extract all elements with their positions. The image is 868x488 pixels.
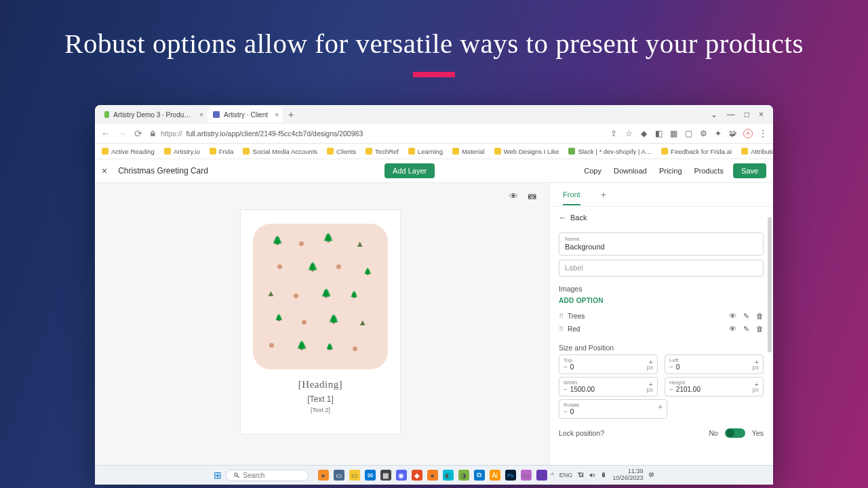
- copy-link[interactable]: Copy: [584, 167, 601, 175]
- back-icon[interactable]: ←: [100, 128, 111, 139]
- close-icon[interactable]: ×: [199, 111, 203, 119]
- app-icon[interactable]: ◆: [412, 470, 422, 481]
- app-icon[interactable]: ◉: [396, 470, 407, 481]
- bookmark[interactable]: Social Media Accounts: [243, 148, 317, 155]
- bookmark[interactable]: TechRef: [366, 148, 399, 155]
- bookmark[interactable]: Artistry.io: [164, 148, 200, 155]
- minus-icon[interactable]: −: [564, 386, 568, 393]
- bookmark[interactable]: Material: [452, 148, 485, 155]
- lock-toggle[interactable]: [725, 428, 745, 438]
- bookmark[interactable]: Frida: [210, 148, 234, 155]
- minus-icon[interactable]: −: [564, 363, 568, 371]
- add-tab-icon[interactable]: +: [601, 189, 606, 200]
- card-text-1[interactable]: [Text 1]: [253, 394, 388, 404]
- chevron-up-icon[interactable]: ^: [551, 472, 554, 479]
- width-field[interactable]: Width −1500.00px +: [559, 377, 658, 396]
- profile-icon[interactable]: A: [743, 129, 753, 138]
- minimize-icon[interactable]: —: [727, 110, 735, 119]
- pricing-link[interactable]: Pricing: [659, 167, 682, 175]
- image-option-row[interactable]: ⠿ Red 👁︎ ✎ 🗑︎: [549, 323, 773, 336]
- bookmark[interactable]: Attribution App: [741, 148, 773, 155]
- app-icon[interactable]: ●: [427, 470, 438, 481]
- volume-icon[interactable]: 🔊︎: [589, 472, 595, 479]
- bookmark[interactable]: Web Designs I Like: [494, 148, 559, 155]
- clock-date[interactable]: 10/26/2023: [612, 475, 643, 482]
- extension-icon[interactable]: ◧: [654, 129, 663, 138]
- plus-icon[interactable]: +: [649, 380, 653, 388]
- add-layer-button[interactable]: Add Layer: [384, 163, 435, 178]
- close-icon[interactable]: ×: [275, 111, 279, 119]
- left-field[interactable]: Left −0px +: [665, 354, 764, 374]
- bookmark[interactable]: Active Reading: [102, 148, 155, 155]
- plus-icon[interactable]: +: [649, 358, 653, 366]
- plus-icon[interactable]: +: [658, 403, 663, 411]
- app-icon[interactable]: ●: [318, 470, 329, 481]
- app-icon[interactable]: ✉: [365, 470, 376, 481]
- menu-icon[interactable]: ⋮: [758, 129, 768, 138]
- edit-icon[interactable]: ✎: [743, 325, 749, 333]
- eye-icon[interactable]: 👁︎: [729, 325, 736, 333]
- app-icon[interactable]: ⧉: [474, 470, 485, 481]
- bookmark[interactable]: Learning: [408, 148, 443, 155]
- minus-icon[interactable]: −: [669, 363, 673, 371]
- edit-icon[interactable]: ✎: [743, 312, 749, 321]
- extension-icon[interactable]: ▦: [669, 129, 678, 138]
- eye-icon[interactable]: 👁︎: [509, 191, 518, 201]
- delete-icon[interactable]: 🗑︎: [756, 312, 764, 321]
- gear-icon[interactable]: ⚙: [698, 129, 708, 138]
- close-icon[interactable]: ×: [759, 110, 764, 119]
- app-icon[interactable]: ▭: [536, 470, 547, 481]
- drag-handle-icon[interactable]: ⠿: [559, 312, 562, 320]
- puzzle-icon[interactable]: 🧩︎: [728, 129, 738, 138]
- label-field[interactable]: Label: [559, 260, 764, 277]
- wifi-icon[interactable]: 📶︎: [578, 472, 584, 479]
- save-button[interactable]: Save: [733, 163, 766, 178]
- plus-icon[interactable]: +: [755, 380, 759, 388]
- minus-icon[interactable]: −: [669, 386, 673, 393]
- chevron-down-icon[interactable]: ⌄: [711, 110, 717, 119]
- back-link[interactable]: ← Back: [549, 207, 773, 228]
- forward-icon[interactable]: →: [117, 128, 127, 139]
- rotate-field[interactable]: Rotate −0 +: [559, 399, 667, 419]
- products-link[interactable]: Products: [694, 167, 724, 175]
- delete-icon[interactable]: 🗑︎: [756, 325, 764, 333]
- app-icon[interactable]: ◐: [443, 470, 454, 481]
- app-icon[interactable]: ▭: [521, 470, 532, 481]
- app-icon[interactable]: ▭: [349, 470, 360, 481]
- app-icon[interactable]: ▭: [334, 470, 344, 481]
- extension-icon[interactable]: ▢: [684, 129, 693, 138]
- app-icon[interactable]: ▦: [380, 470, 391, 481]
- app-icon[interactable]: ◑: [458, 470, 469, 481]
- card-text-2[interactable]: [Text 2]: [253, 407, 388, 413]
- share-icon[interactable]: ⇪: [609, 129, 618, 138]
- reload-icon[interactable]: ⟳: [133, 128, 144, 139]
- bookmark[interactable]: Feedback for Frida.ai: [661, 148, 732, 155]
- name-field[interactable]: Name Background: [559, 232, 764, 256]
- image-option-row[interactable]: ⠿ Trees 👁︎ ✎ 🗑︎: [549, 310, 773, 323]
- star-icon[interactable]: ☆: [624, 129, 633, 138]
- card-heading[interactable]: [Heading]: [253, 379, 388, 390]
- maximize-icon[interactable]: □: [745, 110, 749, 119]
- new-tab-icon[interactable]: +: [288, 109, 294, 120]
- camera-icon[interactable]: 📷︎: [528, 191, 536, 201]
- extension-icon[interactable]: ◆: [639, 129, 648, 138]
- language-indicator[interactable]: ENG: [559, 472, 573, 479]
- design-card[interactable]: 🌲 🌲 ▲ 🌲 🌲 ▲ 🌲 🌲 🌲 🌲: [241, 210, 400, 434]
- url-bar[interactable]: 🔒︎ https://full.artistry.io/app/client/2…: [149, 129, 604, 138]
- battery-icon[interactable]: 🔋︎: [601, 472, 607, 479]
- bookmark[interactable]: Clients: [327, 148, 356, 155]
- top-field[interactable]: Top −0px +: [559, 354, 658, 374]
- plus-icon[interactable]: +: [755, 358, 759, 366]
- notifications-icon[interactable]: 💬︎: [648, 472, 654, 479]
- windows-start-icon[interactable]: ⊞: [214, 470, 222, 481]
- minus-icon[interactable]: −: [564, 408, 568, 415]
- browser-tab[interactable]: Artistry Demo 3 · Products · Shopify ×: [99, 106, 208, 123]
- browser-tab[interactable]: Artistry · Client ×: [208, 106, 283, 123]
- scrollbar[interactable]: [768, 217, 772, 352]
- height-field[interactable]: Height −2101.00px +: [665, 377, 764, 396]
- download-link[interactable]: Download: [614, 167, 647, 175]
- app-icon[interactable]: Ai: [490, 470, 500, 481]
- add-option-button[interactable]: ADD OPTION: [559, 297, 764, 304]
- taskbar-search[interactable]: 🔍︎ Search: [226, 470, 309, 481]
- close-design-icon[interactable]: ×: [102, 165, 107, 176]
